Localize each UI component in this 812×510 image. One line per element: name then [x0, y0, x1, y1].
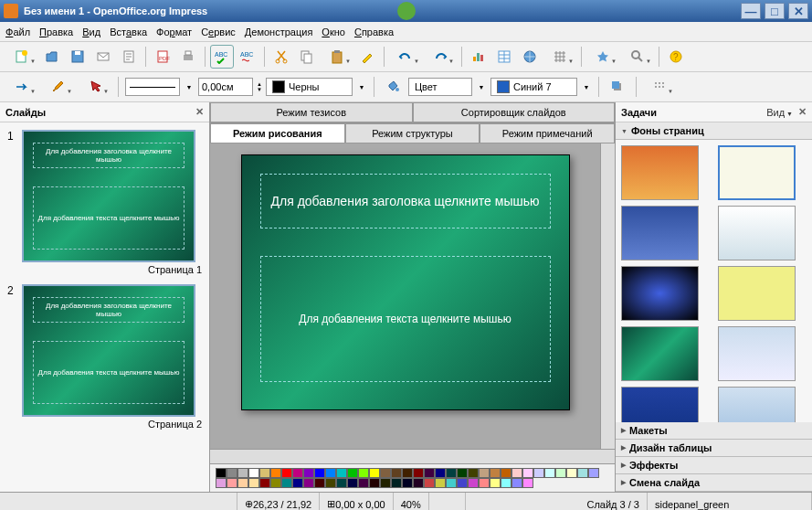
- line-width-field[interactable]: 0,00см: [198, 78, 253, 96]
- color-swatch[interactable]: [435, 468, 446, 478]
- background-template[interactable]: [718, 266, 796, 321]
- section-layouts[interactable]: Макеты: [616, 422, 812, 440]
- line-color-dropdown[interactable]: ▼: [356, 78, 367, 96]
- menu-slideshow[interactable]: Демонстрация: [245, 27, 313, 37]
- width-spinner[interactable]: ▲▼: [257, 81, 262, 92]
- email-button[interactable]: [91, 45, 115, 69]
- color-swatch[interactable]: [435, 478, 446, 488]
- background-template[interactable]: [621, 387, 699, 422]
- slide-thumb-1[interactable]: 1 Для добавления заголовка щелкните мышь…: [7, 130, 202, 275]
- print-button[interactable]: [176, 45, 200, 69]
- color-swatch[interactable]: [522, 478, 533, 488]
- color-swatch[interactable]: [358, 468, 369, 478]
- section-transition[interactable]: Смена слайда: [616, 474, 812, 492]
- line-color-select[interactable]: Черны: [266, 78, 353, 96]
- color-swatch[interactable]: [248, 478, 259, 488]
- fill-color-dropdown[interactable]: ▼: [581, 78, 592, 96]
- title-placeholder[interactable]: Для добавления заголовка щелкните мышью: [260, 174, 551, 228]
- slide-panel-close[interactable]: ✕: [195, 106, 204, 118]
- background-template[interactable]: [621, 145, 699, 200]
- line-style-select[interactable]: [125, 78, 180, 96]
- color-swatch[interactable]: [292, 468, 303, 478]
- background-template[interactable]: [718, 387, 796, 422]
- grid-toggle[interactable]: [643, 75, 676, 99]
- color-swatch[interactable]: [270, 478, 281, 488]
- color-swatch[interactable]: [468, 468, 479, 478]
- color-swatch[interactable]: [303, 468, 314, 478]
- pen-button[interactable]: [42, 75, 75, 99]
- close-button[interactable]: ✕: [788, 3, 808, 19]
- color-swatch[interactable]: [457, 468, 468, 478]
- color-swatch[interactable]: [391, 468, 402, 478]
- body-placeholder[interactable]: Для добавления текста щелкните мышью: [260, 256, 551, 382]
- menu-view[interactable]: Вид: [82, 27, 100, 37]
- color-swatch[interactable]: [446, 468, 457, 478]
- task-view-menu[interactable]: Вид: [766, 107, 793, 118]
- cursor-button[interactable]: [79, 75, 111, 99]
- current-slide[interactable]: Для добавления заголовка щелкните мышью …: [241, 154, 570, 410]
- color-swatch[interactable]: [402, 468, 413, 478]
- color-swatch[interactable]: [237, 478, 248, 488]
- color-swatch[interactable]: [314, 468, 325, 478]
- copy-button[interactable]: [295, 45, 319, 69]
- color-swatch[interactable]: [511, 468, 522, 478]
- background-template[interactable]: [718, 206, 796, 260]
- tab-outline[interactable]: Режим тезисов: [210, 102, 413, 122]
- background-template[interactable]: [621, 206, 699, 260]
- color-swatch[interactable]: [566, 468, 577, 478]
- task-panel-close[interactable]: ✕: [798, 106, 807, 118]
- color-swatch[interactable]: [325, 478, 336, 488]
- color-swatch[interactable]: [369, 478, 380, 488]
- tab-notes[interactable]: Режим примечаний: [480, 123, 615, 143]
- tab-draw[interactable]: Режим рисования: [210, 123, 345, 143]
- shadow-button[interactable]: [606, 75, 629, 99]
- undo-button[interactable]: [389, 45, 422, 69]
- color-swatch[interactable]: [380, 468, 391, 478]
- chart-button[interactable]: [467, 45, 490, 69]
- zoom-button[interactable]: [621, 45, 654, 69]
- color-swatch[interactable]: [413, 478, 424, 488]
- hyperlink-button[interactable]: [518, 45, 542, 69]
- color-swatch[interactable]: [424, 468, 435, 478]
- navigator-button[interactable]: [586, 45, 619, 69]
- minimize-button[interactable]: —: [741, 3, 761, 19]
- color-swatch[interactable]: [227, 468, 237, 478]
- color-swatch[interactable]: [259, 478, 270, 488]
- color-swatch[interactable]: [380, 478, 391, 488]
- color-swatch[interactable]: [259, 468, 270, 478]
- color-swatch[interactable]: [281, 478, 292, 488]
- color-swatch[interactable]: [577, 468, 588, 478]
- fill-type-select[interactable]: Цвет: [408, 78, 472, 96]
- new-button[interactable]: [5, 45, 38, 69]
- color-swatch[interactable]: [457, 478, 468, 488]
- open-button[interactable]: [40, 45, 64, 69]
- menu-help[interactable]: Справка: [354, 27, 394, 37]
- color-swatch[interactable]: [347, 478, 358, 488]
- section-table-design[interactable]: Дизайн таблицы: [616, 440, 812, 457]
- save-button[interactable]: [66, 45, 90, 69]
- color-swatch[interactable]: [511, 478, 522, 488]
- slide-thumb-2[interactable]: 2 Для добавления заголовка щелкните мышь…: [7, 284, 202, 430]
- color-swatch[interactable]: [402, 478, 413, 488]
- color-swatch[interactable]: [588, 468, 599, 478]
- tab-sorter[interactable]: Сортировщик слайдов: [413, 102, 616, 122]
- spellcheck-button[interactable]: ABC: [210, 45, 234, 69]
- line-style-dropdown[interactable]: ▼: [184, 78, 195, 96]
- slide-list[interactable]: 1 Для добавления заголовка щелкните мышь…: [0, 122, 209, 492]
- color-swatch[interactable]: [391, 478, 402, 488]
- color-swatch[interactable]: [544, 468, 555, 478]
- help-button[interactable]: ?: [664, 45, 688, 69]
- format-paintbrush-button[interactable]: [355, 45, 379, 69]
- section-backgrounds[interactable]: Фоны страниц: [616, 122, 812, 140]
- color-swatch[interactable]: [555, 468, 566, 478]
- color-swatch[interactable]: [479, 478, 490, 488]
- color-swatch[interactable]: [522, 468, 533, 478]
- color-swatch[interactable]: [325, 468, 336, 478]
- color-swatch[interactable]: [270, 468, 281, 478]
- color-swatch[interactable]: [237, 468, 248, 478]
- menu-tools[interactable]: Сервис: [201, 27, 236, 37]
- color-swatch[interactable]: [358, 478, 369, 488]
- color-swatch[interactable]: [216, 468, 227, 478]
- table-button[interactable]: [492, 45, 516, 69]
- pdf-button[interactable]: PDF: [151, 45, 174, 69]
